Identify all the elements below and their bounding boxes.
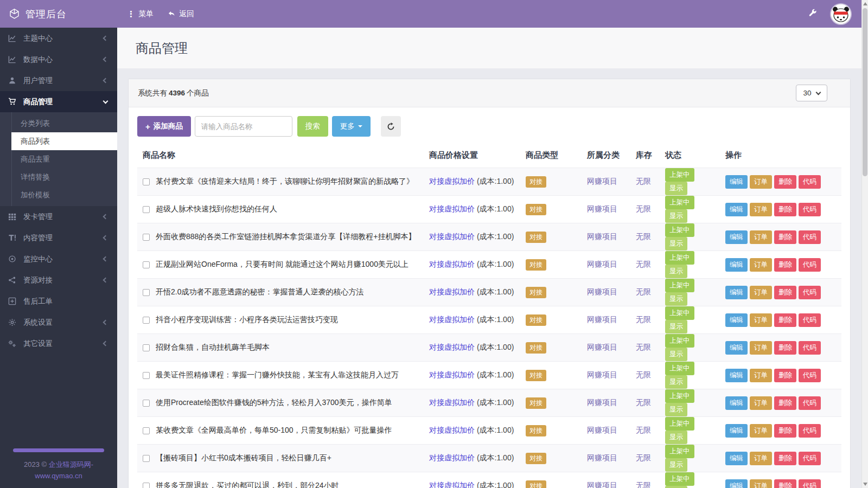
order-button[interactable]: 订单: [750, 424, 772, 438]
code-button[interactable]: 代码: [799, 203, 821, 216]
status-on-sale-badge[interactable]: 上架中: [665, 306, 694, 320]
delete-button[interactable]: 删除: [774, 396, 796, 410]
order-button[interactable]: 订单: [750, 230, 772, 244]
sidebar-item[interactable]: 监控中心: [0, 248, 117, 269]
search-input[interactable]: [195, 116, 292, 137]
price-setting-link[interactable]: 对接虚拟加价: [429, 260, 475, 268]
order-button[interactable]: 订单: [750, 258, 772, 272]
edit-button[interactable]: 编辑: [725, 286, 748, 299]
code-button[interactable]: 代码: [799, 286, 821, 299]
delete-button[interactable]: 删除: [774, 313, 796, 327]
price-setting-link[interactable]: 对接虚拟加价: [429, 232, 475, 241]
sidebar-subitem[interactable]: 分类列表: [0, 114, 117, 132]
edit-button[interactable]: 编辑: [725, 230, 748, 244]
sidebar-item[interactable]: 资源对接: [0, 269, 117, 291]
scrollbar-up-arrow[interactable]: [862, 0, 868, 8]
sidebar-subitem[interactable]: 详情替换: [0, 168, 117, 186]
scrollbar-thumb[interactable]: [863, 8, 867, 176]
status-on-sale-badge[interactable]: 上架中: [665, 417, 694, 431]
price-setting-link[interactable]: 对接虚拟加价: [429, 453, 475, 462]
edit-button[interactable]: 编辑: [725, 258, 748, 272]
row-checkbox[interactable]: [143, 455, 150, 462]
row-checkbox[interactable]: [143, 261, 150, 268]
sidebar-item[interactable]: 数据中心: [0, 49, 117, 70]
sidebar-item[interactable]: 内容管理: [0, 227, 117, 248]
category-link[interactable]: 网赚项目: [587, 343, 617, 351]
delete-button[interactable]: 删除: [774, 230, 796, 244]
status-on-sale-badge[interactable]: 上架中: [665, 223, 694, 237]
order-button[interactable]: 订单: [750, 341, 772, 355]
edit-button[interactable]: 编辑: [725, 396, 748, 410]
code-button[interactable]: 代码: [799, 341, 821, 355]
row-checkbox[interactable]: [143, 372, 150, 379]
category-link[interactable]: 网赚项目: [587, 426, 617, 434]
row-checkbox[interactable]: [143, 317, 150, 324]
sidebar-item[interactable]: 系统设置: [0, 312, 117, 333]
category-link[interactable]: 网赚项目: [587, 315, 617, 324]
price-setting-link[interactable]: 对接虚拟加价: [429, 343, 475, 351]
menu-toggle[interactable]: ⋮ 菜单: [127, 9, 154, 19]
delete-button[interactable]: 删除: [774, 286, 796, 299]
status-visible-badge[interactable]: 显示: [665, 182, 687, 195]
back-button[interactable]: 返回: [168, 9, 194, 19]
row-checkbox[interactable]: [143, 178, 150, 185]
order-button[interactable]: 订单: [750, 203, 772, 216]
status-visible-badge[interactable]: 显示: [665, 486, 687, 488]
order-button[interactable]: 订单: [750, 452, 772, 465]
search-button[interactable]: 搜索: [297, 116, 328, 137]
delete-button[interactable]: 删除: [774, 424, 796, 438]
status-on-sale-badge[interactable]: 上架中: [665, 389, 694, 403]
edit-button[interactable]: 编辑: [725, 341, 748, 355]
scrollbar[interactable]: [861, 0, 868, 488]
row-checkbox[interactable]: [143, 427, 150, 434]
price-setting-link[interactable]: 对接虚拟加价: [429, 204, 475, 213]
page-size-select[interactable]: 30: [796, 85, 827, 101]
status-visible-badge[interactable]: 显示: [665, 431, 687, 444]
category-link[interactable]: 网赚项目: [587, 398, 617, 407]
price-setting-link[interactable]: 对接虚拟加价: [429, 481, 475, 488]
sidebar-subitem[interactable]: 加价模板: [0, 186, 117, 204]
status-visible-badge[interactable]: 显示: [665, 458, 687, 472]
order-button[interactable]: 订单: [750, 479, 772, 488]
code-button[interactable]: 代码: [799, 313, 821, 327]
status-visible-badge[interactable]: 显示: [665, 209, 687, 223]
add-product-button[interactable]: + 添加商品: [137, 116, 191, 137]
delete-button[interactable]: 删除: [774, 341, 796, 355]
status-on-sale-badge[interactable]: 上架中: [665, 445, 694, 458]
scrollbar-down-arrow[interactable]: [862, 480, 868, 488]
status-on-sale-badge[interactable]: 上架中: [665, 362, 694, 375]
price-setting-link[interactable]: 对接虚拟加价: [429, 287, 475, 296]
sidebar-item[interactable]: 主题中心: [0, 28, 117, 49]
code-button[interactable]: 代码: [799, 452, 821, 465]
sidebar-item[interactable]: 售后工单: [0, 291, 117, 312]
row-checkbox[interactable]: [143, 206, 150, 213]
delete-button[interactable]: 删除: [774, 452, 796, 465]
delete-button[interactable]: 删除: [774, 203, 796, 216]
more-button[interactable]: 更多: [332, 116, 371, 137]
price-setting-link[interactable]: 对接虚拟加价: [429, 315, 475, 324]
delete-button[interactable]: 删除: [774, 479, 796, 488]
order-button[interactable]: 订单: [750, 313, 772, 327]
sidebar-item[interactable]: 发卡管理: [0, 206, 117, 227]
row-checkbox[interactable]: [143, 483, 150, 488]
delete-button[interactable]: 删除: [774, 369, 796, 382]
code-button[interactable]: 代码: [799, 424, 821, 438]
edit-button[interactable]: 编辑: [725, 203, 748, 216]
code-button[interactable]: 代码: [799, 479, 821, 488]
status-visible-badge[interactable]: 显示: [665, 320, 687, 333]
category-link[interactable]: 网赚项目: [587, 287, 617, 296]
edit-button[interactable]: 编辑: [725, 175, 748, 189]
sidebar-item[interactable]: 用户管理: [0, 70, 117, 91]
category-link[interactable]: 网赚项目: [587, 232, 617, 241]
order-button[interactable]: 订单: [750, 286, 772, 299]
status-on-sale-badge[interactable]: 上架中: [665, 251, 694, 265]
edit-button[interactable]: 编辑: [725, 424, 748, 438]
status-visible-badge[interactable]: 显示: [665, 237, 687, 251]
sidebar-item[interactable]: 商品管理: [0, 91, 117, 112]
brand[interactable]: 管理后台: [0, 8, 117, 21]
status-on-sale-badge[interactable]: 上架中: [665, 472, 694, 486]
status-visible-badge[interactable]: 显示: [665, 348, 687, 361]
status-visible-badge[interactable]: 显示: [665, 375, 687, 389]
row-checkbox[interactable]: [143, 400, 150, 407]
status-on-sale-badge[interactable]: 上架中: [665, 196, 694, 209]
